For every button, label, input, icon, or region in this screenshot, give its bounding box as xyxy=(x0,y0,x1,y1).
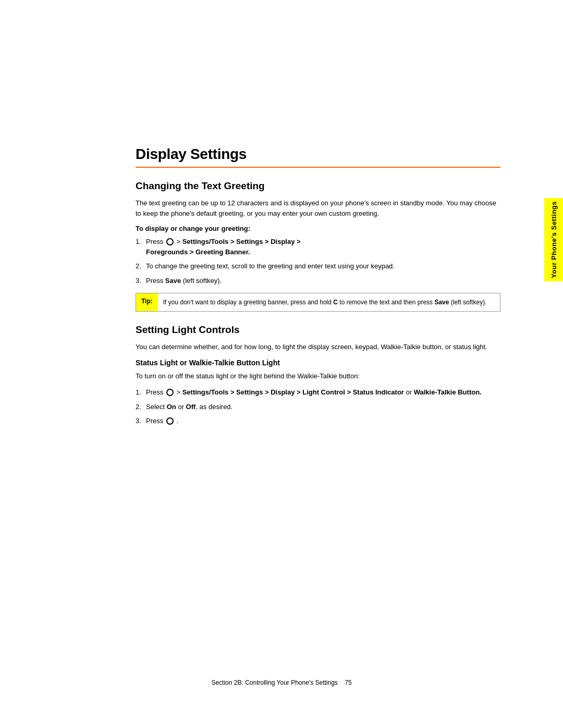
step-1-1-bold: Foregrounds > Greeting Banner. xyxy=(146,248,250,256)
section1-intro: The text greeting can be up to 12 charac… xyxy=(136,198,500,218)
step-2-num-3: 3. xyxy=(136,416,141,426)
step-1-1: 1. Press > Settings/Tools > Settings > D… xyxy=(136,237,500,257)
tip-box: Tip: If you don't want to display a gree… xyxy=(136,293,500,312)
step-2-3-content: Press . xyxy=(146,417,178,425)
section1-heading: Changing the Text Greeting xyxy=(136,180,500,192)
subsection-intro: To turn on or off the status light or th… xyxy=(136,371,500,381)
page-footer: Section 2B: Controlling Your Phone's Set… xyxy=(0,679,563,686)
footer-text: Section 2B: Controlling Your Phone's Set… xyxy=(211,679,337,686)
section1-block: Changing the Text Greeting The text gree… xyxy=(136,180,500,312)
tip-label: Tip: xyxy=(136,293,158,311)
section2-steps: 1. Press > Settings/Tools > Settings > D… xyxy=(136,387,500,426)
section1-steps: 1. Press > Settings/Tools > Settings > D… xyxy=(136,237,500,286)
save-label: Save xyxy=(165,277,181,285)
step-num-1: 1. xyxy=(136,237,141,247)
section2-intro: You can determine whether, and for how l… xyxy=(136,342,500,352)
subsection-intro-text: To turn on or off the status light or th… xyxy=(136,372,360,380)
tip-content: If you don't want to display a greeting … xyxy=(158,293,500,311)
subsection-heading: Status Light or Walkie-Talkie Button Lig… xyxy=(136,359,500,367)
step-2-num-1: 1. xyxy=(136,387,141,398)
step-2-2-content: Select On or Off, as desired. xyxy=(146,403,232,411)
menu-icon-3 xyxy=(166,417,174,425)
content-area: Display Settings Changing the Text Greet… xyxy=(136,146,500,426)
side-tab-text: Your Phone's Settings xyxy=(550,201,558,278)
step-2-1: 1. Press > Settings/Tools > Settings > D… xyxy=(136,387,500,398)
section1-instruction-label: To display or change your greeting: xyxy=(136,225,500,232)
section2-heading: Setting Light Controls xyxy=(136,324,500,336)
step-2-1-content: Press > Settings/Tools > Settings > Disp… xyxy=(146,388,482,396)
tip-c-key: C xyxy=(333,299,338,306)
step-1-3: 3. Press Save (left softkey). xyxy=(136,276,500,286)
step-2-3: 3. Press . xyxy=(136,416,500,426)
step-2-2: 2. Select On or Off, as desired. xyxy=(136,402,500,412)
page-container: Your Phone's Settings Display Settings C… xyxy=(0,0,563,728)
footer-page-number: 75 xyxy=(345,679,351,686)
title-rule xyxy=(136,167,500,168)
step-1-2-content: To change the greeting text, scroll to t… xyxy=(146,262,395,270)
section2-block: Setting Light Controls You can determine… xyxy=(136,324,500,426)
page-title: Display Settings xyxy=(136,146,500,163)
step-1-1-content: Press > Settings/Tools > Settings > Disp… xyxy=(146,238,301,256)
step-2-num-2: 2. xyxy=(136,402,141,412)
step-1-2: 2. To change the greeting text, scroll t… xyxy=(136,261,500,272)
step-num-3: 3. xyxy=(136,276,141,286)
menu-icon-1 xyxy=(166,238,174,245)
step-num-2: 2. xyxy=(136,261,141,272)
side-tab: Your Phone's Settings xyxy=(544,198,563,281)
tip-save-label: Save xyxy=(434,299,449,306)
step-1-3-content: Press Save (left softkey). xyxy=(146,277,222,285)
menu-icon-2 xyxy=(166,389,174,396)
